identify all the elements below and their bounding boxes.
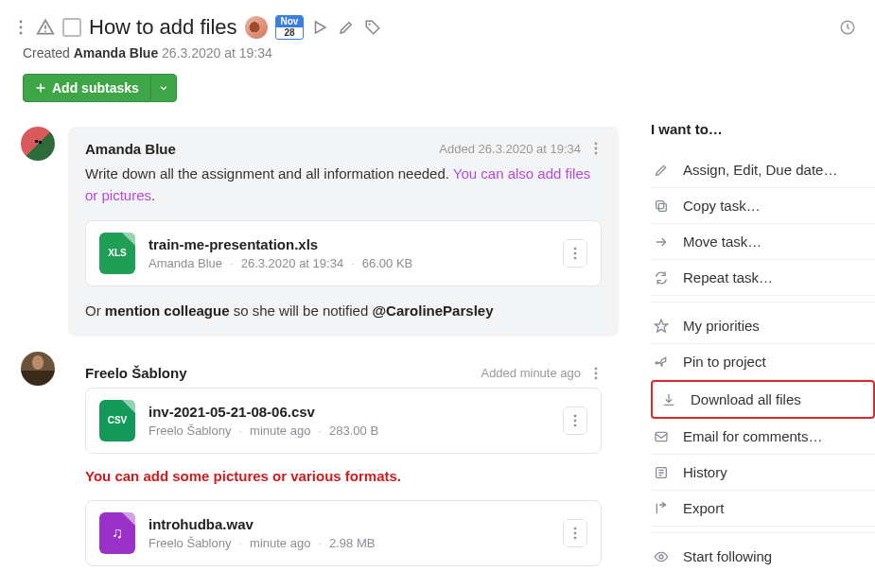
comment-timestamp: Added 26.3.2020 at 19:34 — [439, 142, 581, 156]
svg-point-13 — [574, 256, 577, 259]
attachment[interactable]: XLS train-me-presentation.xls Amanda Blu… — [85, 220, 602, 286]
file-type-icon: ♫ — [99, 512, 135, 554]
add-subtasks-button[interactable]: Add subtasks — [23, 74, 177, 102]
attachment-filename: inv-2021-05-21-08-06.csv — [149, 404, 550, 420]
repeat-icon — [653, 270, 670, 285]
svg-rect-24 — [656, 200, 664, 208]
comment-note: You can add some pictures or various for… — [85, 465, 602, 487]
side-item-download-all[interactable]: Download all files — [651, 380, 875, 419]
svg-point-11 — [574, 247, 577, 250]
attachment-menu-button[interactable] — [563, 239, 587, 268]
svg-point-12 — [574, 251, 577, 254]
plus-icon — [35, 82, 46, 94]
play-icon[interactable] — [311, 19, 328, 36]
svg-point-17 — [574, 414, 577, 417]
attachment-time: 26.3.2020 at 19:34 — [241, 256, 343, 270]
side-item-label: Repeat task… — [683, 269, 773, 285]
copy-icon — [653, 199, 670, 214]
attachment[interactable]: ♫ introhudba.wav Freelo Šablony· minute … — [85, 500, 602, 566]
svg-point-1 — [20, 26, 23, 29]
attachment-filename: train-me-presentation.xls — [149, 236, 550, 252]
side-item-label: Export — [683, 500, 724, 516]
export-icon — [653, 501, 670, 516]
comment-avatar[interactable] — [21, 352, 55, 386]
attachment-size: 283.00 B — [329, 424, 378, 438]
side-item-email[interactable]: Email for comments… — [651, 419, 875, 455]
svg-marker-25 — [655, 320, 667, 332]
attachment-time: minute ago — [250, 536, 310, 550]
svg-point-28 — [659, 555, 663, 559]
svg-point-15 — [595, 372, 598, 374]
arrow-right-icon — [653, 234, 670, 250]
side-item-repeat[interactable]: Repeat task… — [651, 260, 875, 296]
add-subtasks-label: Add subtasks — [52, 80, 139, 95]
file-type-icon: CSV — [99, 400, 135, 441]
svg-point-22 — [574, 537, 577, 540]
add-subtasks-caret[interactable] — [150, 74, 177, 102]
chevron-down-icon — [159, 83, 168, 93]
attachment-uploader: Amanda Blue — [149, 256, 222, 270]
svg-point-0 — [20, 21, 23, 24]
drag-handle-icon[interactable] — [19, 20, 28, 35]
attachment-uploader: Freelo Šablony — [149, 424, 231, 438]
svg-rect-23 — [658, 203, 666, 211]
side-item-move[interactable]: Move task… — [651, 224, 875, 260]
attachment-size: 2.98 MB — [329, 536, 375, 550]
svg-point-6 — [369, 24, 371, 26]
side-item-label: Email for comments… — [683, 428, 823, 444]
pencil-icon[interactable] — [338, 19, 355, 36]
side-item-label: Pin to project — [683, 354, 766, 370]
assignee-avatar[interactable] — [245, 16, 268, 39]
due-day: 28 — [279, 27, 299, 39]
alert-triangle-icon[interactable] — [36, 18, 55, 37]
tag-icon[interactable] — [364, 19, 381, 36]
created-label: Created — [23, 45, 70, 61]
svg-point-16 — [595, 376, 598, 379]
attachment[interactable]: CSV inv-2021-05-21-08-06.csv Freelo Šabl… — [85, 388, 602, 454]
side-item-assign[interactable]: Assign, Edit, Due date… — [651, 152, 875, 188]
side-heading: I want to… — [651, 121, 875, 137]
attachment-filename: introhudba.wav — [149, 516, 550, 532]
svg-rect-26 — [656, 432, 667, 441]
mention[interactable]: @CarolineParsley — [372, 303, 493, 319]
side-item-copy[interactable]: Copy task… — [651, 188, 875, 224]
created-author: Amanda Blue — [74, 45, 158, 61]
side-item-export[interactable]: Export — [651, 491, 875, 527]
side-item-label: Start following — [683, 548, 772, 564]
comment-body-2: Or mention colleague so she will be noti… — [85, 300, 602, 321]
comment: Freelo Šablony Added minute ago CSV inv-… — [4, 344, 628, 588]
svg-point-18 — [574, 419, 577, 422]
attachment-size: 66.00 KB — [362, 256, 413, 270]
clock-icon[interactable] — [839, 19, 856, 36]
comment-timestamp: Added minute ago — [481, 366, 581, 380]
created-timestamp: 26.3.2020 at 19:34 — [162, 45, 272, 61]
svg-point-20 — [574, 527, 577, 530]
side-item-history[interactable]: History — [651, 455, 875, 491]
side-panel: I want to… Assign, Edit, Due date… Copy … — [628, 119, 875, 588]
due-date-badge[interactable]: Nov 28 — [275, 15, 305, 40]
comment-avatar[interactable] — [21, 127, 55, 161]
comment-author: Amanda Blue — [85, 141, 176, 157]
file-type-icon: XLS — [99, 233, 135, 274]
task-checkbox[interactable] — [62, 18, 81, 37]
comment-menu-button[interactable] — [590, 140, 602, 157]
side-item-follow[interactable]: Start following — [651, 539, 875, 574]
svg-point-2 — [20, 32, 23, 35]
side-item-label: History — [683, 464, 727, 480]
eye-icon — [653, 549, 670, 564]
comment-menu-button[interactable] — [590, 365, 602, 382]
comment-author: Freelo Šablony — [85, 365, 187, 381]
side-item-label: My priorities — [683, 318, 760, 334]
created-line: Created Amanda Blue 26.3.2020 at 19:34 — [0, 45, 875, 74]
attachment-menu-button[interactable] — [563, 406, 587, 435]
star-icon — [653, 319, 670, 334]
side-item-label: Download all files — [691, 391, 801, 407]
side-item-pin[interactable]: Pin to project — [651, 344, 875, 380]
download-icon — [660, 392, 677, 407]
attachment-time: minute ago — [250, 424, 310, 438]
svg-point-10 — [595, 152, 598, 155]
svg-point-4 — [44, 30, 46, 32]
attachment-menu-button[interactable] — [563, 519, 587, 547]
side-item-priorities[interactable]: My priorities — [651, 308, 875, 344]
mail-icon — [653, 429, 670, 444]
